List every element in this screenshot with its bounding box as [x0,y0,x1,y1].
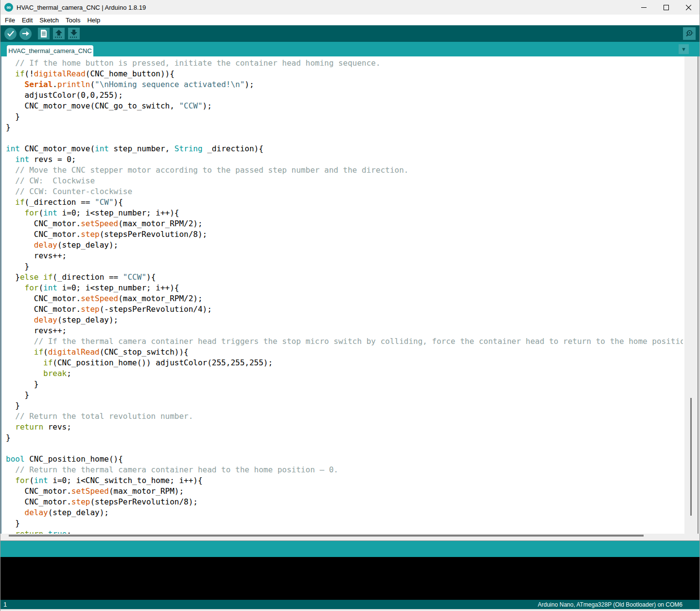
code-line: // CW: Clockwise [6,176,683,186]
code-line: delay(step_delay); [6,507,683,518]
code-line: } [6,111,683,122]
minimize-button[interactable] [632,0,655,15]
save-sketch-icon [70,30,78,38]
code-line: // Return the thermal camera container h… [6,465,683,475]
code-line: // CCW: Counter-clockwise [6,186,683,197]
code-line: return revs; [6,422,683,432]
status-board-info: Arduino Nano, ATmega328P (Old Bootloader… [538,601,700,608]
upload-button[interactable] [19,28,32,40]
serial-monitor-button[interactable] [683,27,696,40]
code-line: // If the home button is pressed, initia… [6,58,683,69]
code-line: int CNC_motor_move(int step_number, Stri… [6,144,683,154]
console-output [0,557,700,600]
toolbar [0,25,700,42]
code-line: for(int i=0; i<CNC_switch_to_home; i++){ [6,475,683,486]
code-line: for(int i=0; i<step_number; i++){ [6,283,683,293]
tab-list-dropdown-button[interactable]: ▼ [679,44,689,54]
code-line: delay(step_delay); [6,240,683,251]
horizontal-scrollbar-thumb[interactable] [9,535,644,537]
code-line: } [6,432,683,443]
code-line: if(CNC_position_home()) adjustColor(255,… [6,358,683,368]
code-line: CNC_motor.setSpeed(max_motor_RPM/2); [6,293,683,304]
tab-label: HVAC_thermal_camera_CNC [8,47,92,54]
code-editor[interactable]: // If the home button is pressed, initia… [0,56,700,534]
close-button[interactable] [677,0,700,15]
menu-file[interactable]: File [1,17,18,24]
open-sketch-icon [55,30,63,38]
arduino-ide-window: ∞ HVAC_thermal_camera_CNC | Arduino 1.8.… [0,0,700,611]
new-sketch-icon [40,30,47,37]
status-line-number: 1 [0,601,7,608]
code-line: revs++; [6,251,683,261]
code-line: } [6,518,683,529]
code-line: if(digitalRead(CNC_stop_switch)){ [6,347,683,358]
code-line: delay(step_delay); [6,315,683,325]
code-line: adjustColor(0,0,255); [6,90,683,101]
tab-bar: HVAC_thermal_camera_CNC ▼ [0,42,700,56]
maximize-button[interactable] [655,0,677,15]
code-line: CNC_motor.step(stepsPerRevolution/8); [6,497,683,507]
vertical-scrollbar[interactable] [684,56,699,534]
code-line: } [6,400,683,411]
arduino-logo-icon: ∞ [4,3,13,12]
menu-help[interactable]: Help [84,17,104,24]
code-line: } [6,261,683,272]
window-title: HVAC_thermal_camera_CNC | Arduino 1.8.19 [17,4,146,11]
menu-sketch[interactable]: Sketch [36,17,62,24]
code-line: } [6,390,683,400]
title-bar: ∞ HVAC_thermal_camera_CNC | Arduino 1.8.… [0,0,700,15]
verify-check-icon [7,31,14,36]
tab-sketch[interactable]: HVAC_thermal_camera_CNC [7,45,93,56]
menu-edit[interactable]: Edit [18,17,36,24]
code-line: CNC_motor.step(stepsPerRevolution/8); [6,229,683,240]
status-bar: 1 Arduino Nano, ATmega328P (Old Bootload… [0,600,700,609]
save-sketch-button[interactable] [68,28,80,39]
code-line: } [6,122,683,133]
window-bottom-edge [0,609,700,611]
serial-monitor-icon [685,29,694,38]
code-line: for(int i=0; i<step_number; i++){ [6,208,683,218]
chevron-down-icon: ▼ [681,46,686,52]
code-line: }else if(_direction == "CCW"){ [6,272,683,283]
horizontal-scrollbar[interactable] [0,534,700,541]
verify-button[interactable] [4,28,17,40]
code-line: if(_direction == "CW"){ [6,197,683,208]
code-line: Serial.println("\nHoming sequence activa… [6,79,683,90]
upload-arrow-icon [22,31,29,36]
code-line: CNC_motor_move(CNC_go_to_switch, "CCW"); [6,101,683,111]
code-line: // Move the CNC stepper motor according … [6,165,683,176]
code-line: bool CNC_position_home(){ [6,454,683,465]
code-line: if(!digitalRead(CNC_home_button)){ [6,69,683,79]
menu-bar: File Edit Sketch Tools Help [0,15,700,25]
code-lines: // If the home button is pressed, initia… [1,56,683,534]
open-sketch-button[interactable] [53,28,65,39]
code-line: return true; [6,529,683,534]
vertical-scrollbar-thumb[interactable] [690,398,692,516]
code-line: revs++; [6,325,683,336]
code-line: break; [6,368,683,379]
code-line: // If the thermal camera container head … [6,336,683,347]
code-line: // Return the total revolution number. [6,411,683,422]
menu-tools[interactable]: Tools [62,17,84,24]
code-line: CNC_motor.step(-stepsPerRevolution/4); [6,304,683,315]
code-line [6,133,683,144]
code-line: int revs = 0; [6,154,683,165]
code-line: CNC_motor.setSpeed(max_motor_RPM/2); [6,218,683,229]
code-line: CNC_motor.setSpeed(max_motor_RPM); [6,486,683,497]
code-line: } [6,379,683,390]
console-header-strip [0,541,700,557]
code-line [6,443,683,454]
new-sketch-button[interactable] [38,28,50,39]
